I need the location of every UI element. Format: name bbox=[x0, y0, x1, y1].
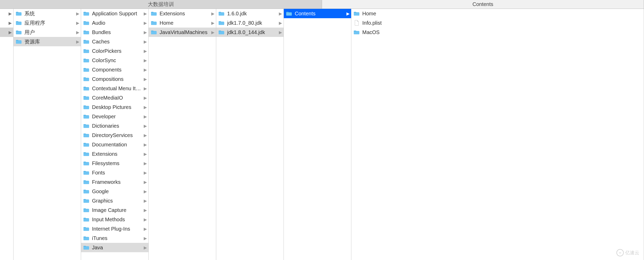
chevron-right-icon: ▶ bbox=[346, 11, 350, 16]
finder-item[interactable]: Bundles▶ bbox=[81, 28, 148, 37]
finder-item[interactable]: 1.6.0.jdk▶ bbox=[216, 9, 284, 18]
item-label: jdk1.7.0_80.jdk bbox=[227, 20, 277, 26]
finder-item[interactable]: MacOS bbox=[351, 28, 644, 37]
chevron-right-icon: ▶ bbox=[144, 170, 147, 175]
finder-item[interactable]: Contextual Menu Items▶ bbox=[81, 84, 148, 93]
item-label: ColorPickers bbox=[92, 48, 142, 54]
finder-item[interactable]: Info.plist bbox=[351, 18, 644, 28]
finder-item[interactable]: Home▶ bbox=[149, 18, 216, 28]
item-label: jdk1.8.0_144.jdk bbox=[227, 29, 277, 35]
item-label: iTunes bbox=[92, 235, 142, 241]
folder-icon bbox=[83, 76, 89, 82]
chevron-right-icon: ▶ bbox=[9, 11, 12, 16]
finder-item[interactable]: Fonts▶ bbox=[81, 168, 148, 177]
folder-icon bbox=[83, 85, 89, 92]
column-6: HomeInfo.plistMacOS bbox=[351, 9, 644, 260]
finder-item[interactable]: Filesystems▶ bbox=[81, 159, 148, 168]
item-label: Graphics bbox=[92, 198, 142, 204]
finder-item[interactable]: Frameworks▶ bbox=[81, 177, 148, 187]
chevron-right-icon: ▶ bbox=[144, 245, 147, 250]
chevron-right-icon: ▶ bbox=[144, 236, 147, 241]
folder-icon bbox=[286, 10, 292, 17]
chevron-right-icon: ▶ bbox=[144, 39, 147, 44]
finder-item[interactable]: Extensions▶ bbox=[149, 9, 216, 18]
finder-item[interactable]: Components▶ bbox=[81, 65, 148, 74]
finder-item[interactable]: ColorSync▶ bbox=[81, 56, 148, 65]
chevron-right-icon: ▶ bbox=[144, 114, 147, 119]
finder-item[interactable]: JavaVirtualMachines▶ bbox=[149, 28, 216, 37]
chevron-right-icon: ▶ bbox=[144, 152, 147, 157]
chevron-right-icon: ▶ bbox=[76, 30, 79, 35]
finder-item[interactable]: Graphics▶ bbox=[81, 196, 148, 205]
item-label: Home bbox=[160, 20, 210, 26]
chevron-right-icon: ▶ bbox=[144, 86, 147, 91]
chevron-right-icon: ▶ bbox=[211, 11, 214, 16]
column-5: Contents▶ bbox=[284, 9, 351, 260]
finder-item[interactable]: 应用程序▶ bbox=[14, 18, 81, 28]
finder-item[interactable]: Caches▶ bbox=[81, 37, 148, 46]
finder-item[interactable]: jdk1.7.0_80.jdk▶ bbox=[216, 18, 284, 28]
finder-item[interactable]: Java▶ bbox=[81, 243, 148, 252]
item-label: Contents bbox=[295, 11, 345, 17]
finder-item[interactable]: iTunes▶ bbox=[81, 233, 148, 243]
finder-item[interactable]: jdk1.8.0_144.jdk▶ bbox=[216, 28, 284, 37]
history-arrow[interactable]: ▶ bbox=[0, 9, 13, 18]
folder-icon bbox=[83, 179, 89, 185]
finder-item[interactable]: Documentation▶ bbox=[81, 140, 148, 149]
item-label: 1.6.0.jdk bbox=[227, 11, 277, 17]
chevron-right-icon: ▶ bbox=[211, 30, 214, 35]
item-label: 用户 bbox=[24, 29, 75, 36]
finder-item[interactable]: Audio▶ bbox=[81, 18, 148, 28]
finder-item[interactable]: Google▶ bbox=[81, 187, 148, 196]
finder-item[interactable]: Input Methods▶ bbox=[81, 215, 148, 224]
finder-item[interactable]: CoreMediaIO▶ bbox=[81, 93, 148, 102]
folder-icon bbox=[151, 29, 157, 35]
item-label: Input Methods bbox=[92, 217, 142, 223]
item-label: Desktop Pictures bbox=[92, 104, 142, 110]
item-label: Google bbox=[92, 188, 142, 194]
chevron-right-icon: ▶ bbox=[279, 21, 282, 25]
finder-item[interactable]: Compositions▶ bbox=[81, 74, 148, 84]
finder-item[interactable]: Desktop Pictures▶ bbox=[81, 102, 148, 112]
folder-icon bbox=[16, 38, 22, 45]
item-label: Components bbox=[92, 67, 142, 73]
item-label: Developer bbox=[92, 114, 142, 120]
item-label: 系统 bbox=[24, 10, 75, 17]
finder-item[interactable]: Contents▶ bbox=[284, 9, 351, 18]
chevron-right-icon: ▶ bbox=[144, 217, 147, 222]
finder-item[interactable]: 用户▶ bbox=[14, 28, 81, 37]
item-label: Caches bbox=[92, 39, 142, 45]
finder-item[interactable]: Dictionaries▶ bbox=[81, 121, 148, 131]
finder-item[interactable]: Application Support▶ bbox=[81, 9, 148, 18]
chevron-right-icon: ▶ bbox=[9, 21, 12, 25]
folder-icon bbox=[83, 10, 89, 17]
finder-item[interactable]: Home bbox=[351, 9, 644, 18]
finder-item[interactable]: ColorPickers▶ bbox=[81, 46, 148, 56]
finder-item[interactable]: Internet Plug-Ins▶ bbox=[81, 224, 148, 233]
item-label: Java bbox=[92, 245, 142, 251]
chevron-right-icon: ▶ bbox=[144, 161, 147, 166]
tab-inactive[interactable]: Contents bbox=[322, 0, 644, 9]
item-label: 资源库 bbox=[24, 38, 75, 45]
finder-item[interactable]: 资源库▶ bbox=[14, 37, 81, 46]
history-arrow[interactable]: ▶ bbox=[0, 28, 13, 37]
finder-item[interactable]: 系统▶ bbox=[14, 9, 81, 18]
folder-icon bbox=[83, 123, 89, 129]
tab-active[interactable]: 大数据培训 bbox=[0, 0, 322, 9]
chevron-right-icon: ▶ bbox=[76, 11, 79, 16]
column-4: 1.6.0.jdk▶jdk1.7.0_80.jdk▶jdk1.8.0_144.j… bbox=[216, 9, 284, 260]
history-arrow[interactable]: ▶ bbox=[0, 18, 13, 28]
chevron-right-icon: ▶ bbox=[211, 21, 214, 25]
finder-item[interactable]: Developer▶ bbox=[81, 112, 148, 121]
chevron-right-icon: ▶ bbox=[144, 95, 147, 100]
finder-item[interactable]: DirectoryServices▶ bbox=[81, 131, 148, 140]
item-label: MacOS bbox=[362, 29, 642, 35]
chevron-right-icon: ▶ bbox=[144, 49, 147, 54]
folder-icon bbox=[83, 160, 89, 166]
finder-item[interactable]: Image Capture▶ bbox=[81, 205, 148, 215]
chevron-right-icon: ▶ bbox=[76, 21, 79, 25]
finder-item[interactable]: Extensions▶ bbox=[81, 149, 148, 159]
item-label: JavaVirtualMachines bbox=[160, 29, 210, 35]
item-label: Audio bbox=[92, 20, 142, 26]
item-label: Bundles bbox=[92, 29, 142, 35]
